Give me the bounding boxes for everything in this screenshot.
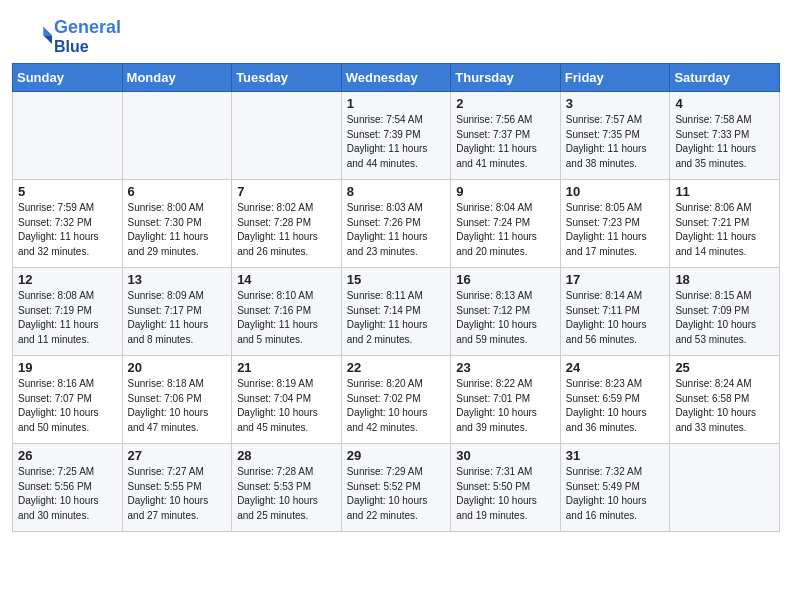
calendar-week-row: 12Sunrise: 8:08 AM Sunset: 7:19 PM Dayli… [13,268,780,356]
logo: General Blue [24,18,121,55]
day-info: Sunrise: 8:16 AM Sunset: 7:07 PM Dayligh… [18,377,117,435]
day-number: 31 [566,448,665,463]
calendar-week-row: 5Sunrise: 7:59 AM Sunset: 7:32 PM Daylig… [13,180,780,268]
calendar-cell: 19Sunrise: 8:16 AM Sunset: 7:07 PM Dayli… [13,356,123,444]
day-number: 6 [128,184,227,199]
calendar-week-row: 26Sunrise: 7:25 AM Sunset: 5:56 PM Dayli… [13,444,780,532]
day-number: 3 [566,96,665,111]
day-info: Sunrise: 8:09 AM Sunset: 7:17 PM Dayligh… [128,289,227,347]
day-info: Sunrise: 8:06 AM Sunset: 7:21 PM Dayligh… [675,201,774,259]
day-number: 26 [18,448,117,463]
calendar-cell: 31Sunrise: 7:32 AM Sunset: 5:49 PM Dayli… [560,444,670,532]
day-number: 30 [456,448,555,463]
day-number: 21 [237,360,336,375]
day-info: Sunrise: 7:56 AM Sunset: 7:37 PM Dayligh… [456,113,555,171]
calendar-cell: 1Sunrise: 7:54 AM Sunset: 7:39 PM Daylig… [341,92,451,180]
calendar-cell: 14Sunrise: 8:10 AM Sunset: 7:16 PM Dayli… [232,268,342,356]
day-info: Sunrise: 7:54 AM Sunset: 7:39 PM Dayligh… [347,113,446,171]
calendar-cell: 10Sunrise: 8:05 AM Sunset: 7:23 PM Dayli… [560,180,670,268]
day-number: 23 [456,360,555,375]
calendar-cell: 7Sunrise: 8:02 AM Sunset: 7:28 PM Daylig… [232,180,342,268]
calendar-cell: 20Sunrise: 8:18 AM Sunset: 7:06 PM Dayli… [122,356,232,444]
day-number: 20 [128,360,227,375]
day-info: Sunrise: 8:10 AM Sunset: 7:16 PM Dayligh… [237,289,336,347]
day-info: Sunrise: 8:15 AM Sunset: 7:09 PM Dayligh… [675,289,774,347]
day-info: Sunrise: 8:22 AM Sunset: 7:01 PM Dayligh… [456,377,555,435]
weekday-header-row: SundayMondayTuesdayWednesdayThursdayFrid… [13,64,780,92]
logo-icon [24,23,52,51]
weekday-header-monday: Monday [122,64,232,92]
calendar-cell: 5Sunrise: 7:59 AM Sunset: 7:32 PM Daylig… [13,180,123,268]
logo-text: General Blue [54,18,121,55]
calendar-table: SundayMondayTuesdayWednesdayThursdayFrid… [12,63,780,532]
calendar-week-row: 19Sunrise: 8:16 AM Sunset: 7:07 PM Dayli… [13,356,780,444]
day-number: 1 [347,96,446,111]
calendar-week-row: 1Sunrise: 7:54 AM Sunset: 7:39 PM Daylig… [13,92,780,180]
page-header: General Blue [0,0,792,63]
day-number: 15 [347,272,446,287]
day-number: 4 [675,96,774,111]
day-number: 10 [566,184,665,199]
day-number: 29 [347,448,446,463]
day-number: 5 [18,184,117,199]
calendar-cell: 16Sunrise: 8:13 AM Sunset: 7:12 PM Dayli… [451,268,561,356]
day-info: Sunrise: 8:08 AM Sunset: 7:19 PM Dayligh… [18,289,117,347]
day-info: Sunrise: 8:04 AM Sunset: 7:24 PM Dayligh… [456,201,555,259]
calendar-cell: 22Sunrise: 8:20 AM Sunset: 7:02 PM Dayli… [341,356,451,444]
day-info: Sunrise: 7:59 AM Sunset: 7:32 PM Dayligh… [18,201,117,259]
calendar-cell [232,92,342,180]
calendar-cell: 4Sunrise: 7:58 AM Sunset: 7:33 PM Daylig… [670,92,780,180]
day-number: 28 [237,448,336,463]
day-info: Sunrise: 7:25 AM Sunset: 5:56 PM Dayligh… [18,465,117,523]
calendar-cell: 24Sunrise: 8:23 AM Sunset: 6:59 PM Dayli… [560,356,670,444]
calendar-cell: 15Sunrise: 8:11 AM Sunset: 7:14 PM Dayli… [341,268,451,356]
day-info: Sunrise: 8:05 AM Sunset: 7:23 PM Dayligh… [566,201,665,259]
calendar-cell: 23Sunrise: 8:22 AM Sunset: 7:01 PM Dayli… [451,356,561,444]
calendar-cell [670,444,780,532]
weekday-header-saturday: Saturday [670,64,780,92]
day-info: Sunrise: 8:00 AM Sunset: 7:30 PM Dayligh… [128,201,227,259]
day-info: Sunrise: 8:14 AM Sunset: 7:11 PM Dayligh… [566,289,665,347]
calendar-cell: 6Sunrise: 8:00 AM Sunset: 7:30 PM Daylig… [122,180,232,268]
calendar-cell: 27Sunrise: 7:27 AM Sunset: 5:55 PM Dayli… [122,444,232,532]
day-number: 14 [237,272,336,287]
day-info: Sunrise: 8:20 AM Sunset: 7:02 PM Dayligh… [347,377,446,435]
day-number: 24 [566,360,665,375]
day-info: Sunrise: 7:57 AM Sunset: 7:35 PM Dayligh… [566,113,665,171]
day-info: Sunrise: 7:32 AM Sunset: 5:49 PM Dayligh… [566,465,665,523]
weekday-header-thursday: Thursday [451,64,561,92]
day-number: 8 [347,184,446,199]
day-number: 13 [128,272,227,287]
day-info: Sunrise: 8:23 AM Sunset: 6:59 PM Dayligh… [566,377,665,435]
calendar-cell: 2Sunrise: 7:56 AM Sunset: 7:37 PM Daylig… [451,92,561,180]
calendar-cell: 30Sunrise: 7:31 AM Sunset: 5:50 PM Dayli… [451,444,561,532]
day-info: Sunrise: 8:19 AM Sunset: 7:04 PM Dayligh… [237,377,336,435]
day-number: 7 [237,184,336,199]
day-number: 16 [456,272,555,287]
day-number: 11 [675,184,774,199]
weekday-header-friday: Friday [560,64,670,92]
svg-marker-1 [43,35,52,44]
day-info: Sunrise: 7:27 AM Sunset: 5:55 PM Dayligh… [128,465,227,523]
weekday-header-tuesday: Tuesday [232,64,342,92]
day-number: 12 [18,272,117,287]
calendar-cell: 9Sunrise: 8:04 AM Sunset: 7:24 PM Daylig… [451,180,561,268]
calendar-cell: 3Sunrise: 7:57 AM Sunset: 7:35 PM Daylig… [560,92,670,180]
day-info: Sunrise: 8:11 AM Sunset: 7:14 PM Dayligh… [347,289,446,347]
day-info: Sunrise: 8:24 AM Sunset: 6:58 PM Dayligh… [675,377,774,435]
day-number: 19 [18,360,117,375]
day-number: 17 [566,272,665,287]
weekday-header-wednesday: Wednesday [341,64,451,92]
calendar-cell [122,92,232,180]
calendar-cell: 29Sunrise: 7:29 AM Sunset: 5:52 PM Dayli… [341,444,451,532]
calendar-cell: 12Sunrise: 8:08 AM Sunset: 7:19 PM Dayli… [13,268,123,356]
day-number: 25 [675,360,774,375]
day-info: Sunrise: 7:29 AM Sunset: 5:52 PM Dayligh… [347,465,446,523]
day-number: 9 [456,184,555,199]
calendar-cell: 8Sunrise: 8:03 AM Sunset: 7:26 PM Daylig… [341,180,451,268]
weekday-header-sunday: Sunday [13,64,123,92]
day-info: Sunrise: 8:02 AM Sunset: 7:28 PM Dayligh… [237,201,336,259]
calendar-cell: 11Sunrise: 8:06 AM Sunset: 7:21 PM Dayli… [670,180,780,268]
day-info: Sunrise: 8:03 AM Sunset: 7:26 PM Dayligh… [347,201,446,259]
day-info: Sunrise: 8:18 AM Sunset: 7:06 PM Dayligh… [128,377,227,435]
